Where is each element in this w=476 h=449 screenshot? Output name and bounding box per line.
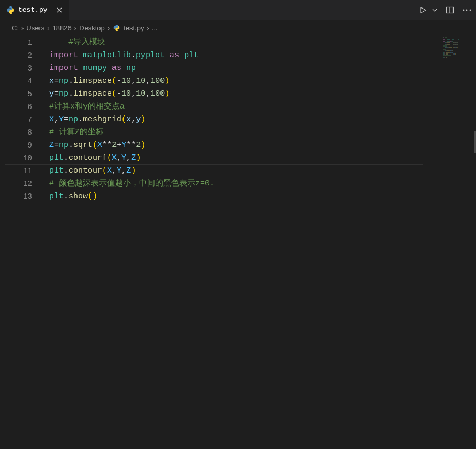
code-content[interactable]: #导入模块import matplotlib.pyplot as pltimpo… [39,35,476,449]
breadcrumb-file[interactable]: test.py [124,24,144,32]
tab-active[interactable]: test.py [0,0,69,20]
line-number: 11 [0,165,39,177]
breadcrumb: C: › Users › 18826 › Desktop › test.py ›… [0,20,476,35]
minimap[interactable] [443,37,469,59]
chevron-down-icon[interactable] [432,5,437,15]
chevron-right-icon: › [47,24,49,32]
line-number: 8 [0,126,39,139]
svg-point-3 [466,10,468,11]
line-number: 5 [0,88,39,100]
code-line[interactable]: x=np.linspace(-10,10,100) [49,75,476,88]
breadcrumb-item[interactable]: Users [26,24,44,32]
line-number: 7 [0,113,39,126]
chevron-right-icon: › [74,24,76,32]
line-number: 6 [0,100,39,113]
code-line[interactable]: X,Y=np.meshgrid(x,y) [49,113,476,126]
breadcrumb-item[interactable]: C: [12,24,19,32]
code-line[interactable]: #导入模块 [49,36,476,49]
code-line[interactable]: plt.contour(X,Y,Z) [49,165,476,177]
code-line[interactable]: y=np.linspace(-10,10,100) [49,88,476,100]
line-number: 4 [0,75,39,88]
line-number: 9 [0,139,39,152]
line-number: 12 [0,177,39,190]
code-line[interactable]: import numpy as np [49,62,476,75]
code-line[interactable]: # 计算Z的坐标 [49,126,476,139]
line-number: 3 [0,62,39,75]
chevron-right-icon: › [108,24,110,32]
editor-actions [418,0,472,20]
chevron-right-icon: › [21,24,24,32]
line-number: 13 [0,190,39,203]
line-number: 2 [0,49,39,62]
breadcrumb-symbol[interactable]: ... [152,24,158,32]
code-line[interactable]: plt.show() [49,190,476,203]
code-line[interactable]: # 颜色越深表示值越小，中间的黑色表示z=0. [49,177,476,190]
more-icon[interactable] [462,5,472,15]
chevron-right-icon: › [147,24,149,32]
svg-point-2 [463,10,465,11]
python-icon [112,24,121,32]
tab-bar: test.py [0,0,476,20]
code-line[interactable]: Z=np.sqrt(X**2+Y**2) [49,139,476,152]
code-line[interactable]: #计算x和y的相交点a [49,100,476,113]
split-editor-icon[interactable] [445,5,455,15]
close-icon[interactable] [55,6,64,14]
breadcrumb-item[interactable]: Desktop [79,24,105,32]
gutter: 12345678910111213 [0,35,39,449]
run-icon[interactable] [418,5,428,15]
python-icon [6,6,15,14]
code-line[interactable]: import matplotlib.pyplot as plt [49,49,476,62]
svg-point-4 [470,10,471,11]
breadcrumb-item[interactable]: 18826 [52,24,72,32]
line-number: 1 [0,36,39,49]
tab-filename: test.py [18,6,48,14]
editor-area[interactable]: 12345678910111213 #导入模块import matplotlib… [0,35,476,449]
code-line[interactable]: plt.contourf(X,Y,Z) [49,152,476,165]
line-number: 10 [0,152,39,165]
